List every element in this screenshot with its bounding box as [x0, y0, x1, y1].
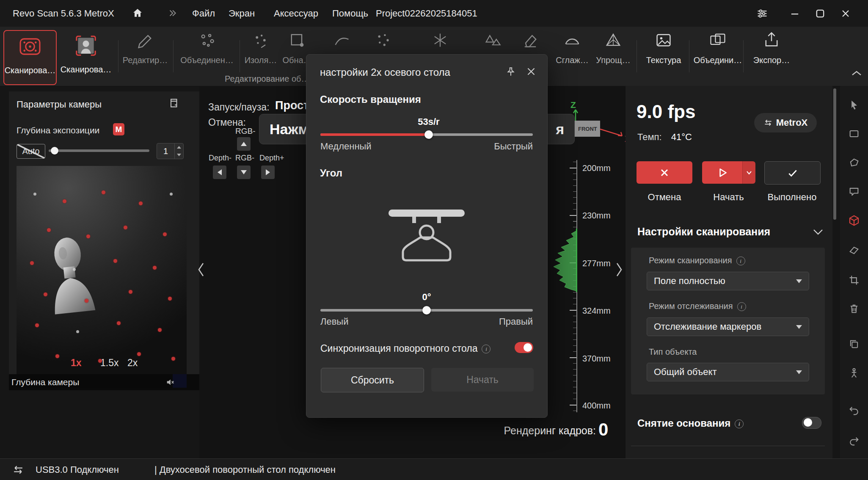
rgb-up-button[interactable] — [237, 137, 251, 151]
marker-dot — [168, 297, 172, 301]
ribbon-item-combine[interactable]: Объедини… — [691, 31, 744, 77]
angle-knob[interactable] — [422, 306, 431, 314]
checkmark-icon — [787, 168, 798, 179]
redo-tool[interactable] — [846, 433, 862, 450]
detach-panel-button[interactable] — [167, 97, 179, 109]
ribbon-item-isolate[interactable]: Изоля… — [242, 31, 279, 77]
ribbon-item-scan-1[interactable]: Сканирова… — [3, 30, 57, 85]
arrow-up-icon — [177, 146, 181, 149]
ribbon-collapse-button[interactable] — [851, 69, 862, 77]
menu-help[interactable]: Помощь — [332, 0, 368, 27]
ribbon-item-scan-2[interactable]: Сканирова… — [59, 30, 113, 83]
base-removal-toggle[interactable] — [802, 417, 821, 429]
scrollbar-thumb[interactable] — [833, 88, 836, 220]
ribbon-item-smooth[interactable]: Сглаж… — [553, 31, 591, 77]
scan-mode-dropdown[interactable]: Поле полностью — [647, 272, 809, 290]
menu-screen[interactable]: Экран — [229, 0, 255, 27]
mannequin-icon — [848, 367, 860, 379]
speed-minmax-row: Медленный Быстрый — [320, 141, 533, 152]
expand-chevrons-icon[interactable] — [167, 8, 178, 19]
mute-icon[interactable] — [165, 378, 175, 387]
dialog-start-button[interactable]: Начать — [431, 368, 534, 392]
done-button[interactable] — [764, 161, 821, 185]
ribbon-item-edit[interactable]: Редактир… — [121, 31, 170, 77]
depth-tick-label: 277mm — [582, 259, 611, 268]
preferences-button[interactable] — [756, 8, 768, 19]
ribbon-item-simplify[interactable]: Упрощ… — [594, 31, 632, 77]
delete-tool[interactable] — [846, 300, 862, 317]
menu-accessory[interactable]: Аксессуар — [274, 0, 318, 27]
rotation-speed-knob[interactable] — [424, 130, 433, 139]
collapse-left-panel-button[interactable] — [196, 262, 206, 278]
depth-minus-button[interactable] — [213, 166, 226, 179]
reset-button[interactable]: Сбросить — [321, 368, 424, 392]
sync-turntable-toggle[interactable] — [515, 342, 533, 353]
zoom-2x-button[interactable]: 2x — [127, 357, 138, 369]
export-tool-icon — [746, 31, 797, 52]
lasso-select-tool[interactable] — [846, 154, 862, 171]
model-cube-icon — [848, 214, 860, 227]
marker-dot — [30, 261, 34, 265]
auto-exposure-button[interactable]: Auto — [17, 144, 45, 159]
undo-tool[interactable] — [846, 402, 862, 419]
toggle-knob — [524, 343, 532, 352]
stepper-down-button[interactable] — [175, 151, 183, 159]
curve-tool-icon — [327, 31, 357, 52]
camera-preview[interactable]: 1x 1.5x 2x — [17, 166, 187, 388]
plane-icon — [848, 244, 860, 256]
select-arrow-tool[interactable] — [846, 97, 862, 113]
marker-dot — [124, 226, 127, 229]
cancel-scan-button[interactable] — [637, 161, 692, 184]
tracking-mode-dropdown[interactable]: Отслеживание маркеров — [647, 317, 809, 336]
undo-icon — [848, 405, 860, 417]
fps-value: 9.0 fps — [637, 101, 695, 122]
object-type-dropdown[interactable]: Общий объект — [647, 363, 809, 381]
duplicate-tool[interactable] — [846, 336, 862, 353]
maximize-button[interactable] — [814, 8, 826, 19]
depth-histogram-axis — [576, 229, 577, 292]
crop-tool[interactable] — [846, 272, 862, 289]
ribbon-item-label: Сканирова… — [59, 65, 113, 74]
ribbon-item-export[interactable]: Экспор… — [746, 31, 797, 77]
model-view-tool[interactable] — [846, 212, 862, 229]
plane-tool[interactable] — [846, 242, 862, 259]
info-icon[interactable] — [482, 345, 490, 353]
expand-right-panel-button[interactable] — [614, 262, 624, 278]
rect-select-tool[interactable] — [846, 125, 862, 142]
comment-tool[interactable] — [846, 183, 862, 200]
close-button[interactable] — [840, 8, 851, 19]
start-options-button[interactable] — [742, 161, 755, 184]
ribbon-item-merge[interactable]: Объединен… — [179, 31, 234, 77]
home-button[interactable] — [131, 7, 144, 19]
info-icon[interactable] — [736, 257, 745, 265]
start-scan-button[interactable] — [702, 161, 742, 184]
info-icon[interactable] — [737, 302, 746, 311]
ribbon-item-texture[interactable]: Текстура — [639, 31, 688, 77]
exposure-slider[interactable] — [49, 149, 149, 152]
pin-icon — [505, 66, 516, 77]
depth-plus-button[interactable] — [261, 166, 275, 179]
menu-file[interactable]: Файл — [192, 0, 215, 27]
ribbon-item-label: Текстура — [639, 55, 688, 65]
minimize-button[interactable] — [789, 8, 801, 19]
stepper-up-button[interactable] — [175, 143, 183, 151]
exposure-slider-knob[interactable] — [51, 147, 58, 154]
exposure-value-stepper[interactable]: 1 — [157, 143, 184, 159]
close-dialog-button[interactable] — [526, 66, 537, 77]
speed-max-label: Быстрый — [494, 141, 533, 152]
info-icon[interactable] — [735, 419, 744, 428]
marker-dot — [44, 292, 47, 296]
pin-dialog-button[interactable] — [505, 66, 516, 77]
isolate-points-icon — [242, 31, 279, 52]
edge-toolbar — [840, 86, 868, 458]
temperature-label: Темп: — [637, 132, 662, 142]
zoom-1-5x-button[interactable]: 1.5x — [100, 357, 118, 369]
mannequin-tool[interactable] — [846, 364, 862, 381]
device-button[interactable]: MetroX — [754, 113, 817, 132]
manual-mode-badge[interactable]: M — [113, 123, 124, 135]
rgb-down-button[interactable] — [237, 166, 251, 179]
settings-collapse-button[interactable] — [813, 228, 824, 236]
cancel-x-icon — [659, 168, 670, 178]
done-button-label: Выполнено — [764, 192, 820, 203]
zoom-1x-button[interactable]: 1x — [71, 357, 82, 369]
